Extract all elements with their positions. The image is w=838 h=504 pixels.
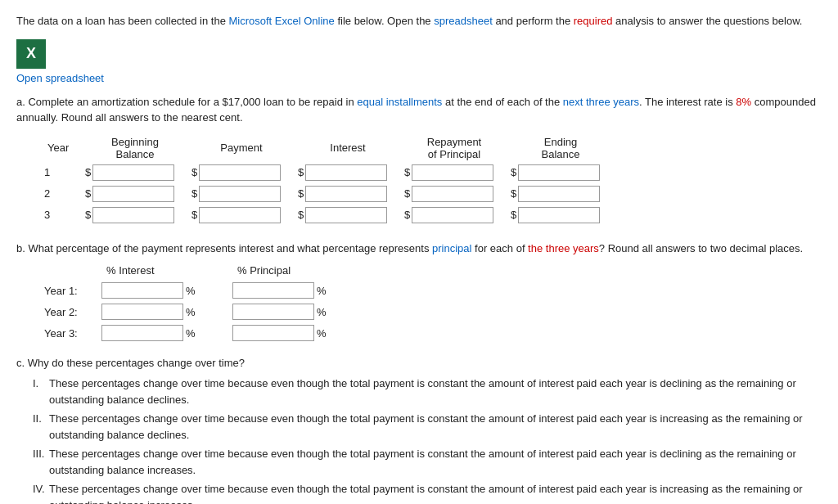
dollar-sign: $ [85, 209, 91, 221]
dollar-sign: $ [298, 209, 304, 221]
option-text: These percentages change over time becau… [49, 481, 818, 504]
pct-principal-input[interactable] [232, 304, 314, 320]
repay-input[interactable] [412, 207, 493, 223]
pct-sign-1: % [186, 327, 196, 340]
option-item-1: I.These percentages change over time bec… [33, 376, 822, 407]
interest-cell: $ [295, 183, 401, 205]
ending-input[interactable] [518, 164, 600, 181]
begin-balance-cell: $ [82, 162, 188, 183]
dollar-sign: $ [85, 187, 91, 200]
pct-sign-2: % [317, 306, 327, 318]
year-cell: 1 [41, 162, 82, 183]
payment-cell: $ [188, 183, 295, 205]
dollar-sign: $ [298, 166, 304, 178]
col-header-ending: Ending Balance [507, 134, 614, 162]
dollar-sign: $ [511, 187, 516, 200]
ending-input[interactable] [518, 186, 600, 202]
col-header-year: Year [41, 134, 82, 162]
roman-numeral: III. [33, 446, 49, 462]
repay-input[interactable] [412, 164, 493, 181]
dollar-sign: $ [85, 166, 91, 178]
pct-row-1: Year 1: % % [41, 280, 360, 301]
dollar-sign: $ [298, 187, 304, 200]
pct-interest-input[interactable] [101, 304, 183, 320]
option-text: These percentages change over time becau… [49, 446, 818, 478]
pct-year-label: Year 3: [41, 322, 98, 344]
excel-icon: X [16, 39, 46, 69]
pct-interest-cell: % [98, 280, 229, 301]
roman-numeral: IV. [33, 481, 49, 497]
amort-row-3: 3 $ $ $ $ $ [41, 205, 614, 226]
pct-sign-2: % [317, 327, 327, 340]
repay-input[interactable] [412, 186, 493, 202]
interest-input[interactable] [305, 207, 387, 223]
dollar-sign: $ [191, 187, 197, 200]
pct-interest-cell: % [98, 322, 229, 344]
option-item-3: III.These percentages change over time b… [33, 446, 822, 478]
amort-row-1: 1 $ $ $ $ $ [41, 162, 614, 183]
pct-year-label: Year 2: [41, 301, 98, 322]
pct-sign-1: % [186, 306, 196, 318]
payment-input[interactable] [199, 164, 281, 181]
excel-icon-wrap: X [16, 39, 822, 69]
percentage-table: % Interest % Principal Year 1: % % Year … [41, 263, 360, 344]
begin-balance-input[interactable] [92, 207, 174, 223]
begin-balance-input[interactable] [92, 186, 174, 202]
dollar-sign: $ [191, 209, 197, 221]
roman-numeral: II. [33, 411, 49, 427]
excel-letter: X [26, 45, 36, 62]
pct-interest-input[interactable] [101, 282, 183, 299]
begin-balance-cell: $ [82, 183, 188, 205]
pct-row-2: Year 2: % % [41, 301, 360, 322]
option-text: These percentages change over time becau… [49, 376, 818, 407]
part-c-label: c. Why do these percentages change over … [16, 357, 822, 369]
pct-col-principal-header: % Principal [229, 263, 360, 280]
pct-interest-input[interactable] [101, 325, 183, 341]
col-header-interest: Interest [295, 134, 401, 162]
interest-cell: $ [295, 205, 401, 226]
pct-principal-cell: % [229, 301, 360, 322]
repay-cell: $ [401, 162, 507, 183]
dollar-sign: $ [404, 166, 410, 178]
begin-balance-cell: $ [82, 205, 188, 226]
roman-numeral: I. [33, 376, 49, 392]
dollar-sign: $ [404, 209, 410, 221]
interest-cell: $ [295, 162, 401, 183]
repay-cell: $ [401, 183, 507, 205]
repay-cell: $ [401, 205, 507, 226]
col-header-repayment: Repayment of Principal [401, 134, 507, 162]
dollar-sign: $ [404, 187, 410, 200]
part-a-label: a. Complete an amortization schedule for… [16, 94, 822, 126]
ending-cell: $ [507, 205, 614, 226]
ending-cell: $ [507, 183, 614, 205]
payment-input[interactable] [199, 186, 281, 202]
payment-cell: $ [188, 162, 295, 183]
payment-cell: $ [188, 205, 295, 226]
pct-col-year-header [41, 263, 98, 280]
option-item-4: IV.These percentages change over time be… [33, 481, 822, 504]
dollar-sign: $ [191, 166, 197, 178]
col-header-beginning: Beginning Balance [82, 134, 188, 162]
pct-sign-1: % [186, 285, 196, 297]
payment-input[interactable] [199, 207, 281, 223]
begin-balance-input[interactable] [92, 164, 174, 181]
interest-input[interactable] [305, 164, 387, 181]
part-b-label: b. What percentage of the payment repres… [16, 241, 822, 257]
amortization-table: Year Beginning Balance Payment Interest … [41, 134, 614, 226]
open-spreadsheet-link[interactable]: Open spreadsheet [16, 72, 822, 84]
option-text: These percentages change over time becau… [49, 411, 818, 443]
pct-sign-2: % [317, 285, 327, 297]
pct-principal-input[interactable] [232, 282, 314, 299]
year-cell: 3 [41, 205, 82, 226]
pct-year-label: Year 1: [41, 280, 98, 301]
pct-principal-input[interactable] [232, 325, 314, 341]
intro-text: The data on a loan has been collected in… [16, 13, 822, 29]
col-header-payment: Payment [188, 134, 295, 162]
pct-col-interest-header: % Interest [98, 263, 229, 280]
amort-row-2: 2 $ $ $ $ $ [41, 183, 614, 205]
options-list: I.These percentages change over time bec… [16, 376, 822, 504]
interest-input[interactable] [305, 186, 387, 202]
pct-interest-cell: % [98, 301, 229, 322]
ending-cell: $ [507, 162, 614, 183]
ending-input[interactable] [518, 207, 600, 223]
